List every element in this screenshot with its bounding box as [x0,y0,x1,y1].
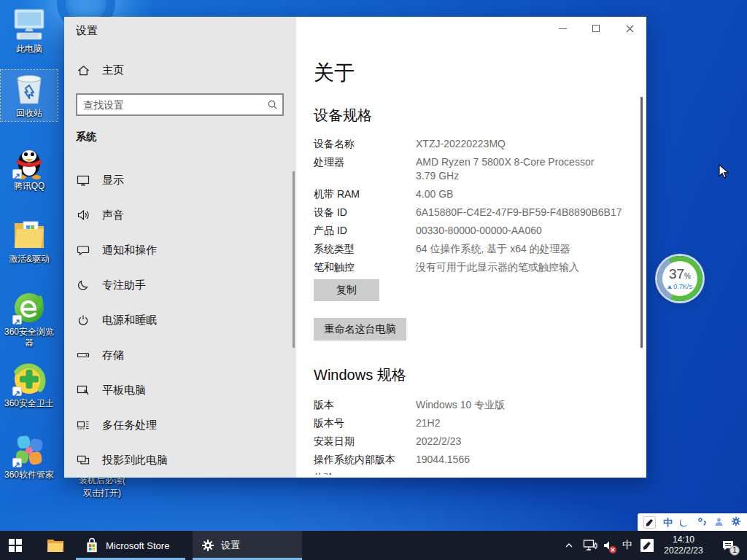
tablet-icon [76,383,90,397]
sidebar-item-power-sleep[interactable]: 电源和睡眠 [64,303,290,338]
gear-icon [201,539,214,552]
minimize-button[interactable] [546,17,579,40]
this-pc-icon [12,7,47,42]
desktop-icon-360-safeguard[interactable]: 360安全卫士 [1,362,58,409]
desktop-icon-360-browser[interactable]: 360安全浏览器 [1,290,58,349]
store-label: Microsoft Store [106,540,169,551]
rename-pc-button[interactable]: 重命名这台电脑 [314,318,406,341]
recycle-bin-icon [12,71,47,106]
power-icon [76,313,90,327]
spec-row-product-id: 产品 ID 00330-80000-00000-AA060 [314,224,629,238]
maximize-button[interactable] [579,17,613,40]
qq-penguin-icon [12,144,47,179]
tray-show-hidden-icons[interactable] [560,531,578,560]
spec-row-os-build: 操作系统内部版本 19044.1566 [314,453,629,467]
search-input[interactable] [77,99,262,111]
desktop-icon-label: 360安全浏览器 [1,327,58,349]
spec-row-pen-touch: 笔和触控 没有可用于此显示器的笔或触控输入 [314,260,629,274]
window-title: 设置 [76,24,98,38]
desktop-icon-tencent-qq[interactable]: 腾讯QQ [1,144,58,192]
sidebar-item-focus-assist[interactable]: 专注助手 [64,268,290,303]
action-center-button[interactable]: 1 [713,531,743,560]
shortcut-arrow-icon [12,315,22,324]
folder-icon [12,217,47,252]
tray-ime-icon[interactable] [638,531,657,560]
tray-volume-muted-icon[interactable] [600,531,617,560]
sidebar-item-tablet[interactable]: 平板电脑 [64,373,290,408]
home-icon [76,63,90,77]
ime-moon-icon[interactable] [680,516,690,529]
display-icon [76,173,90,187]
sidebar-item-home[interactable]: 主页 [76,61,124,79]
sidebar-scrollbar[interactable] [293,171,295,348]
360-accelerator-ball[interactable]: 37% 0.7K/s [657,256,703,301]
sidebar-item-projecting[interactable]: 投影到此电脑 [64,443,290,478]
ime-settings-gear-icon[interactable] [731,516,741,529]
taskbar-microsoft-store[interactable]: Microsoft Store [76,531,185,560]
sidebar-item-label: 显示 [102,174,124,187]
desktop-icon-recycle-bin[interactable]: 回收站 [1,70,58,121]
ime-punctuation-icon[interactable] [697,516,707,529]
upload-arrow-icon [667,285,672,289]
desktop-icon-this-pc[interactable]: 此电脑 [1,7,58,55]
memory-percent: 37 [669,266,684,281]
sidebar-item-label: 声音 [102,209,124,222]
windows-spec-heading: Windows 规格 [314,365,629,384]
start-button[interactable] [9,539,22,552]
ime-mode-indicator[interactable]: 中 [663,516,673,529]
sidebar-home-label: 主页 [102,63,124,77]
percent-sign: % [684,272,691,280]
network-speed: 0.7K/s [673,283,692,291]
sidebar-item-sound[interactable]: 声音 [64,198,290,233]
ime-user-icon[interactable] [714,516,724,529]
ime-logo-icon[interactable] [643,516,656,529]
multitasking-icon [76,418,90,432]
sidebar-section-system: 系统 [76,131,96,144]
spec-row-device-name: 设备名称 XTZJ-20220223MQ [314,137,629,151]
sidebar-item-label: 电源和睡眠 [102,314,157,327]
settings-main-pane: 关于 设备规格 设备名称 XTZJ-20220223MQ 处理器 AMD Ryz… [296,17,646,478]
desktop-icon-activation-folder[interactable]: 激活&驱动 [1,217,58,265]
copy-button[interactable]: 复制 [314,279,379,301]
storage-drive-icon [76,348,90,362]
mouse-cursor [719,164,730,183]
search-icon[interactable] [262,99,282,110]
tray-network-icon[interactable] [581,531,600,560]
spec-row-installed-on: 安装日期 2022/2/23 [314,435,629,448]
spec-row-processor: 处理器 AMD Ryzen 7 5800X 8-Core Processor 3… [314,155,629,183]
settings-sidebar: 设置 主页 系统 显示 声音 [64,17,296,478]
sidebar-item-notifications[interactable]: 通知和操作 [64,233,290,268]
desktop-icon-readme-label[interactable]: 装机后必读( 双击打开) [61,475,143,499]
device-spec-heading: 设备规格 [314,106,629,125]
sidebar-item-label: 通知和操作 [102,244,157,257]
file-explorer-button[interactable] [39,531,71,560]
notification-bubble-icon [76,243,90,257]
desktop-icon-360-software-manager[interactable]: 360软件管家 [1,433,58,481]
main-scrollbar[interactable] [640,97,643,348]
close-button[interactable] [613,17,646,40]
projecting-icon [76,453,90,467]
sidebar-item-multitasking[interactable]: 多任务处理 [64,408,290,443]
360-browser-icon [12,290,47,325]
page-title: 关于 [314,60,629,86]
sidebar-item-display[interactable]: 显示 [64,163,290,198]
360-software-manager-icon [12,433,47,468]
sidebar-item-label: 专注助手 [102,279,146,292]
taskbar: Microsoft Store 设置 中 14:10 2022/2/23 1 [0,531,747,560]
spec-row-system-type: 系统类型 64 位操作系统, 基于 x64 的处理器 [314,242,629,256]
settings-search-box[interactable] [76,93,284,116]
tray-ime-mode[interactable]: 中 [619,531,636,560]
moon-icon [76,278,90,292]
tray-time: 14:10 [673,534,694,545]
notification-count-badge: 1 [729,545,740,556]
tray-date: 2022/2/23 [664,545,703,556]
desktop-icon-label: 360安全卫士 [1,398,58,409]
sidebar-item-storage[interactable]: 存储 [64,338,290,373]
settings-window: 设置 主页 系统 显示 声音 [64,17,646,478]
store-bag-icon [85,537,99,553]
spec-row-edition: 版本 Windows 10 专业版 [314,398,629,412]
sidebar-item-label: 多任务处理 [102,419,157,432]
speaker-icon [76,208,90,222]
taskbar-settings[interactable]: 设置 [193,531,302,560]
taskbar-clock[interactable]: 14:10 2022/2/23 [658,531,709,560]
